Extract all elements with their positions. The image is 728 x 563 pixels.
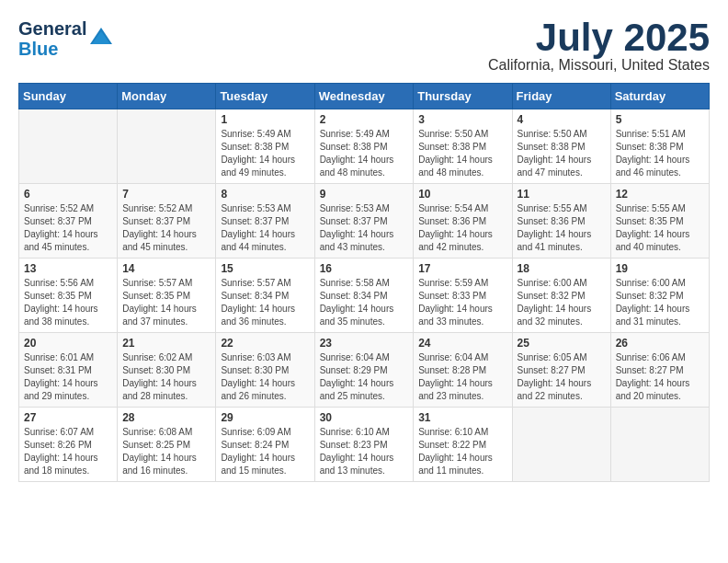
calendar-cell: 18Sunrise: 6:00 AM Sunset: 8:32 PM Dayli… — [512, 259, 610, 333]
day-number: 18 — [518, 262, 606, 275]
calendar-cell: 5Sunrise: 5:51 AM Sunset: 8:38 PM Daylig… — [610, 109, 709, 184]
day-number: 22 — [221, 337, 309, 350]
calendar-cell — [610, 408, 709, 482]
calendar-cell: 7Sunrise: 5:52 AM Sunset: 8:37 PM Daylig… — [118, 184, 216, 259]
day-number: 1 — [221, 113, 309, 126]
day-number: 31 — [418, 411, 506, 424]
header-monday: Monday — [118, 84, 216, 109]
page-header: GeneralBlue July 2025 California, Missou… — [18, 18, 710, 74]
calendar-cell: 21Sunrise: 6:02 AM Sunset: 8:30 PM Dayli… — [118, 333, 216, 408]
day-number: 23 — [320, 337, 409, 350]
calendar-table: Sunday Monday Tuesday Wednesday Thursday… — [18, 83, 710, 482]
calendar-cell: 8Sunrise: 5:53 AM Sunset: 8:37 PM Daylig… — [216, 184, 314, 259]
title-block: July 2025 California, Missouri, United S… — [488, 18, 710, 74]
logo-icon — [88, 26, 114, 52]
day-number: 6 — [24, 188, 112, 201]
day-info: Sunrise: 5:55 AM Sunset: 8:36 PM Dayligh… — [518, 202, 606, 254]
day-info: Sunrise: 5:57 AM Sunset: 8:34 PM Dayligh… — [221, 277, 309, 328]
day-number: 2 — [320, 113, 409, 126]
calendar-cell: 11Sunrise: 5:55 AM Sunset: 8:36 PM Dayli… — [512, 184, 610, 259]
day-info: Sunrise: 6:10 AM Sunset: 8:22 PM Dayligh… — [418, 426, 506, 477]
calendar-week-2: 6Sunrise: 5:52 AM Sunset: 8:37 PM Daylig… — [19, 184, 710, 259]
calendar-cell: 23Sunrise: 6:04 AM Sunset: 8:29 PM Dayli… — [314, 333, 414, 408]
day-info: Sunrise: 5:55 AM Sunset: 8:35 PM Dayligh… — [616, 202, 704, 254]
calendar-cell: 27Sunrise: 6:07 AM Sunset: 8:26 PM Dayli… — [19, 408, 118, 482]
location-title: California, Missouri, United States — [488, 57, 710, 74]
calendar-week-1: 1Sunrise: 5:49 AM Sunset: 8:38 PM Daylig… — [19, 109, 710, 184]
weekday-header-row: Sunday Monday Tuesday Wednesday Thursday… — [19, 84, 710, 109]
day-info: Sunrise: 6:08 AM Sunset: 8:25 PM Dayligh… — [122, 426, 210, 477]
day-info: Sunrise: 6:09 AM Sunset: 8:24 PM Dayligh… — [221, 426, 309, 477]
calendar-cell — [19, 109, 118, 184]
day-number: 19 — [616, 262, 704, 275]
header-thursday: Thursday — [414, 84, 512, 109]
header-sunday: Sunday — [19, 84, 118, 109]
day-info: Sunrise: 5:50 AM Sunset: 8:38 PM Dayligh… — [518, 128, 606, 179]
day-number: 3 — [418, 113, 506, 126]
day-info: Sunrise: 5:53 AM Sunset: 8:37 PM Dayligh… — [320, 202, 409, 254]
day-number: 21 — [122, 337, 210, 350]
day-number: 11 — [518, 188, 606, 201]
header-friday: Friday — [512, 84, 610, 109]
calendar-cell: 31Sunrise: 6:10 AM Sunset: 8:22 PM Dayli… — [414, 408, 512, 482]
day-number: 14 — [122, 262, 210, 275]
day-number: 28 — [122, 411, 210, 424]
calendar-week-4: 20Sunrise: 6:01 AM Sunset: 8:31 PM Dayli… — [19, 333, 710, 408]
day-number: 9 — [320, 188, 409, 201]
day-number: 13 — [24, 262, 112, 275]
header-wednesday: Wednesday — [314, 84, 414, 109]
calendar-cell: 9Sunrise: 5:53 AM Sunset: 8:37 PM Daylig… — [314, 184, 414, 259]
day-info: Sunrise: 5:53 AM Sunset: 8:37 PM Dayligh… — [221, 202, 309, 254]
day-info: Sunrise: 5:59 AM Sunset: 8:33 PM Dayligh… — [418, 277, 506, 328]
calendar-cell: 10Sunrise: 5:54 AM Sunset: 8:36 PM Dayli… — [414, 184, 512, 259]
day-number: 27 — [24, 411, 112, 424]
calendar-cell: 28Sunrise: 6:08 AM Sunset: 8:25 PM Dayli… — [118, 408, 216, 482]
day-info: Sunrise: 5:51 AM Sunset: 8:38 PM Dayligh… — [616, 128, 704, 179]
calendar-cell: 20Sunrise: 6:01 AM Sunset: 8:31 PM Dayli… — [19, 333, 118, 408]
day-info: Sunrise: 5:49 AM Sunset: 8:38 PM Dayligh… — [221, 128, 309, 179]
day-number: 5 — [616, 113, 704, 126]
day-number: 24 — [418, 337, 506, 350]
calendar-cell: 4Sunrise: 5:50 AM Sunset: 8:38 PM Daylig… — [512, 109, 610, 184]
day-info: Sunrise: 6:00 AM Sunset: 8:32 PM Dayligh… — [518, 277, 606, 328]
day-info: Sunrise: 6:10 AM Sunset: 8:23 PM Dayligh… — [320, 426, 409, 477]
day-info: Sunrise: 6:04 AM Sunset: 8:29 PM Dayligh… — [320, 351, 409, 403]
day-number: 29 — [221, 411, 309, 424]
day-info: Sunrise: 6:04 AM Sunset: 8:28 PM Dayligh… — [418, 351, 506, 403]
day-info: Sunrise: 5:52 AM Sunset: 8:37 PM Dayligh… — [122, 202, 210, 254]
calendar-cell: 22Sunrise: 6:03 AM Sunset: 8:30 PM Dayli… — [216, 333, 314, 408]
day-info: Sunrise: 5:54 AM Sunset: 8:36 PM Dayligh… — [418, 202, 506, 254]
day-number: 30 — [320, 411, 409, 424]
day-info: Sunrise: 6:05 AM Sunset: 8:27 PM Dayligh… — [518, 351, 606, 403]
calendar-cell: 2Sunrise: 5:49 AM Sunset: 8:38 PM Daylig… — [314, 109, 414, 184]
day-info: Sunrise: 5:56 AM Sunset: 8:35 PM Dayligh… — [24, 277, 112, 328]
day-info: Sunrise: 6:00 AM Sunset: 8:32 PM Dayligh… — [616, 277, 704, 328]
calendar-cell: 29Sunrise: 6:09 AM Sunset: 8:24 PM Dayli… — [216, 408, 314, 482]
calendar-cell — [512, 408, 610, 482]
day-number: 4 — [518, 113, 606, 126]
day-number: 8 — [221, 188, 309, 201]
day-info: Sunrise: 6:06 AM Sunset: 8:27 PM Dayligh… — [616, 351, 704, 403]
logo: GeneralBlue — [18, 18, 114, 59]
day-info: Sunrise: 6:02 AM Sunset: 8:30 PM Dayligh… — [122, 351, 210, 403]
calendar-cell: 24Sunrise: 6:04 AM Sunset: 8:28 PM Dayli… — [414, 333, 512, 408]
day-info: Sunrise: 5:52 AM Sunset: 8:37 PM Dayligh… — [24, 202, 112, 254]
calendar-cell — [118, 109, 216, 184]
day-number: 12 — [616, 188, 704, 201]
day-number: 26 — [616, 337, 704, 350]
calendar-cell: 15Sunrise: 5:57 AM Sunset: 8:34 PM Dayli… — [216, 259, 314, 333]
day-info: Sunrise: 6:01 AM Sunset: 8:31 PM Dayligh… — [24, 351, 112, 403]
calendar-cell: 14Sunrise: 5:57 AM Sunset: 8:35 PM Dayli… — [118, 259, 216, 333]
header-tuesday: Tuesday — [216, 84, 314, 109]
day-info: Sunrise: 5:57 AM Sunset: 8:35 PM Dayligh… — [122, 277, 210, 328]
logo-text: GeneralBlue — [18, 18, 86, 59]
calendar-cell: 3Sunrise: 5:50 AM Sunset: 8:38 PM Daylig… — [414, 109, 512, 184]
day-number: 16 — [320, 262, 409, 275]
calendar-cell: 1Sunrise: 5:49 AM Sunset: 8:38 PM Daylig… — [216, 109, 314, 184]
day-info: Sunrise: 6:03 AM Sunset: 8:30 PM Dayligh… — [221, 351, 309, 403]
calendar-cell: 30Sunrise: 6:10 AM Sunset: 8:23 PM Dayli… — [314, 408, 414, 482]
calendar-cell: 25Sunrise: 6:05 AM Sunset: 8:27 PM Dayli… — [512, 333, 610, 408]
calendar-cell: 17Sunrise: 5:59 AM Sunset: 8:33 PM Dayli… — [414, 259, 512, 333]
calendar-cell: 19Sunrise: 6:00 AM Sunset: 8:32 PM Dayli… — [610, 259, 709, 333]
calendar-week-3: 13Sunrise: 5:56 AM Sunset: 8:35 PM Dayli… — [19, 259, 710, 333]
